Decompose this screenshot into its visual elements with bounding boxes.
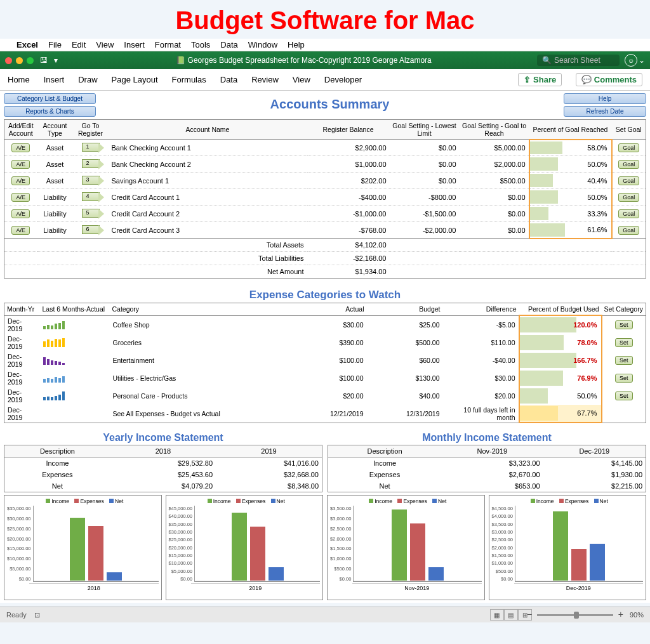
goal-button[interactable]: Goal [618,193,639,202]
goto-register-button[interactable]: 6 [82,225,100,234]
add-edit-button[interactable]: A/E [11,176,30,185]
lowest-limit: -$1,500.00 [390,206,460,222]
menu-tools[interactable]: Tools [191,40,210,49]
summary-pct-bar: 67.7% [519,405,602,423]
goto-register-button[interactable]: 2 [82,159,100,168]
table-row: A/E Asset 2 Bank Checking Account 2 $1,0… [4,156,646,173]
register-balance: -$400.00 [307,189,390,206]
lowest-limit: $0.00 [390,156,460,173]
percent-budget-bar: 50.0% [519,387,602,405]
register-balance: $1,000.00 [307,156,390,173]
goal-to-reach: $2,000.00 [460,156,529,173]
goal-button[interactable]: Goal [618,143,639,152]
set-category-button[interactable]: Set [615,374,633,383]
menu-view[interactable]: View [96,40,114,49]
reports-charts-button[interactable]: Reports & Charts [4,106,96,117]
refresh-date-button[interactable]: Refresh Date [564,106,646,117]
table-row: A/E Asset 3 Savings Account 1 $202.00 $0… [4,173,646,189]
feedback-icon[interactable]: ☺ [625,54,637,67]
col-desc: Description [4,445,110,457]
monthly-table: DescriptionNov-2019Dec-2019 Income$3,323… [328,445,646,492]
menu-insert[interactable]: Insert [124,40,145,49]
table-row: Income$29,532.80$41,016.00 [4,457,322,470]
table-row: Expenses$25,453.60$32,668.00 [4,469,322,480]
actual: $100.00 [297,369,367,387]
tab-insert[interactable]: Insert [44,75,65,84]
add-edit-button[interactable]: A/E [11,160,30,169]
goal-button[interactable]: Goal [618,226,639,235]
register-balance: -$1,000.00 [307,206,390,222]
menu-format[interactable]: Format [155,40,181,49]
save-icon[interactable]: 🖫 [40,56,48,65]
menu-excel[interactable]: Excel [17,40,38,49]
goal-button[interactable]: Goal [618,176,639,185]
minimize-icon[interactable] [16,57,23,64]
set-category-button[interactable]: Set [615,320,633,329]
sparkline-chart [43,356,107,365]
sparkline-chart [43,338,107,347]
percent-goal-bar: 50.0% [529,156,612,173]
dropdown-icon[interactable]: ▾ [54,56,58,65]
percent-goal-bar: 58.0% [529,140,612,156]
menu-edit[interactable]: Edit [72,40,86,49]
register-balance: $2,900.00 [307,140,390,156]
account-name: Bank Checking Account 2 [109,156,307,173]
tab-data[interactable]: Data [220,75,237,84]
comments-button[interactable]: 💬 Comments [576,73,642,86]
menu-help[interactable]: Help [288,40,305,49]
col-pct-budget: Percent of Budget Used [519,303,602,316]
set-category-button[interactable]: Set [615,338,633,347]
chart-bar [70,518,85,581]
goal-button[interactable]: Goal [618,209,639,218]
tab-view[interactable]: View [293,75,310,84]
add-edit-button[interactable]: A/E [11,143,30,152]
expense-watch-title: Expense Categories to Watch [4,289,646,303]
set-category-button[interactable]: Set [615,356,633,365]
zoom-slider[interactable] [537,614,613,616]
mac-menubar: Excel File Edit View Insert Format Tools… [0,39,650,51]
close-icon[interactable] [5,57,12,64]
tab-developer[interactable]: Developer [324,75,362,84]
category-list-button[interactable]: Category List & Budget [4,93,96,104]
percent-goal-bar: 33.3% [529,206,612,222]
help-button[interactable]: Help [564,93,646,104]
chart-bar [571,549,587,581]
menu-file[interactable]: File [48,40,62,49]
tab-review[interactable]: Review [251,75,279,84]
add-edit-button[interactable]: A/E [11,193,30,202]
accounts-summary-title: Accounts Summary [96,93,564,112]
goto-register-button[interactable]: 5 [82,209,100,218]
search-input[interactable]: 🔍 Search Sheet [537,55,620,66]
view-normal-icon[interactable]: ▦ [490,609,504,621]
chart-legend: Income Expenses Net [7,498,159,504]
view-layout-icon[interactable]: ▤ [504,609,518,621]
maximize-icon[interactable] [27,57,34,64]
bar-chart: Income Expenses Net $3,500.00$3,000.00$2… [327,495,485,600]
add-edit-button[interactable]: A/E [11,226,30,235]
table-row: A/E Liability 5 Credit Card Account 2 -$… [4,206,646,222]
tab-page-layout[interactable]: Page Layout [112,75,158,84]
goto-register-button[interactable]: 1 [82,143,100,152]
difference: $30.00 [443,369,519,387]
col-diff: Difference [443,303,519,316]
category: Entertainment [110,352,297,369]
difference: $20.00 [443,387,519,405]
goal-button[interactable]: Goal [618,160,639,169]
add-edit-button[interactable]: A/E [11,209,30,218]
tab-home[interactable]: Home [8,75,30,84]
sparkline-chart [43,391,107,400]
tab-draw[interactable]: Draw [78,75,97,84]
goto-register-button[interactable]: 4 [82,192,100,201]
total-liab-label: Total Liabilities [109,252,307,265]
goto-register-button[interactable]: 3 [82,176,100,185]
menu-data[interactable]: Data [220,40,237,49]
y-axis: $45,000.00$40,000.00$35,000.00$30,000.00… [169,506,195,582]
accessibility-icon[interactable]: ⊡ [34,611,40,619]
chevron-down-icon[interactable]: ⌄ [639,56,645,65]
tab-formulas[interactable]: Formulas [172,75,206,84]
set-category-button[interactable]: Set [615,391,633,400]
menu-window[interactable]: Window [248,40,277,49]
document-title: 📗 Georges Budget Spreadsheet for Mac-Cop… [70,56,537,65]
bar-chart: Income Expenses Net $4,500.00$4,000.00$3… [489,495,647,600]
share-button[interactable]: ⇪Share [518,73,562,86]
